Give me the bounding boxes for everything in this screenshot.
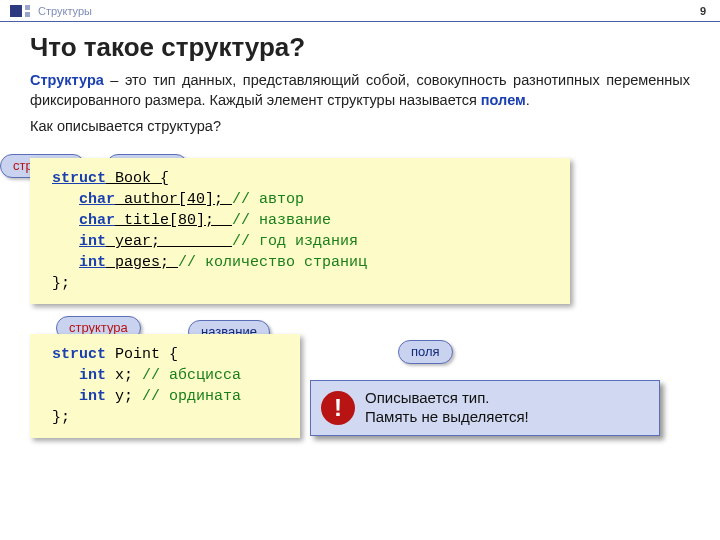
header-decoration xyxy=(10,5,30,17)
note-box: ! Описывается тип. Память не выделяется! xyxy=(310,380,660,436)
page-title: Что такое структура? xyxy=(0,22,720,71)
subheading: Как описывается структура? xyxy=(0,110,720,138)
page-number: 9 xyxy=(700,5,706,17)
term-structure: Структура xyxy=(30,72,104,88)
warning-icon: ! xyxy=(321,391,355,425)
code-block-book: struct Book { char author[40]; // автор … xyxy=(30,158,570,304)
term-field: полем xyxy=(481,92,526,108)
breadcrumb: Структуры xyxy=(38,5,700,17)
note-text: Описывается тип. Память не выделяется! xyxy=(365,389,529,427)
topbar: Структуры 9 xyxy=(0,0,720,22)
callout-fields-2: поля xyxy=(398,340,453,364)
content-stage: структура название поля struct Book { ch… xyxy=(0,158,720,438)
intro-text: Структура – это тип данных, представляющ… xyxy=(0,71,720,110)
code-block-point: struct Point { int x; // абсцисса int y;… xyxy=(30,334,300,438)
